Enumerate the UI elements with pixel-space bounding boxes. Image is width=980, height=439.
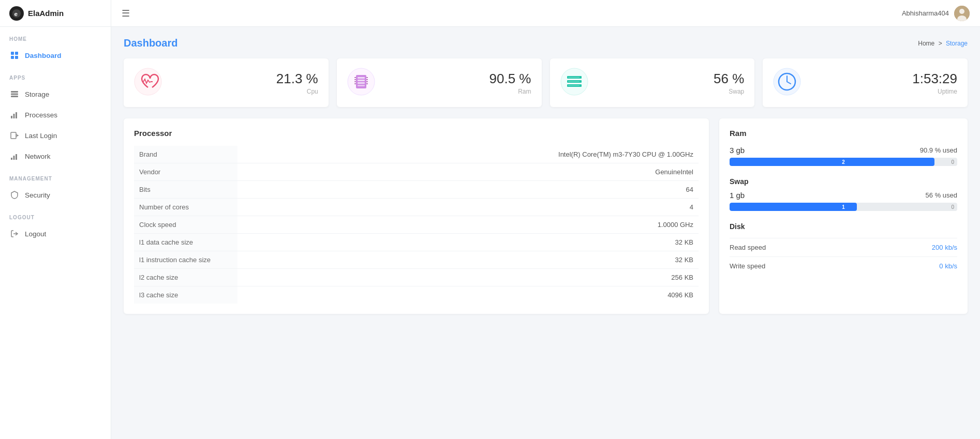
table-row: Clock speed1.0000 GHz [134, 216, 699, 234]
ram-bar-label: 2 [842, 159, 845, 165]
svg-rect-2 [11, 52, 14, 55]
sidebar-item-network-label: Network [25, 153, 51, 160]
cpu-value: 21.3 % [170, 71, 318, 87]
stat-cards: 21.3 % Cpu [124, 58, 968, 107]
breadcrumb-current: Storage [946, 40, 968, 47]
sidebar: e ElaAdmin HOME Dashboard APPS Storage [0, 0, 111, 439]
proc-key: l2 cache size [134, 269, 237, 286]
table-row: l1 instruction cache size32 KB [134, 251, 699, 269]
uptime-label: Uptime [809, 88, 957, 95]
sidebar-item-processes-label: Processes [25, 111, 57, 119]
svg-rect-6 [11, 91, 18, 93]
sidebar-item-network[interactable]: Network [0, 146, 111, 166]
svg-rect-30 [366, 77, 368, 78]
proc-key: Vendor [134, 163, 237, 181]
section-label-home: HOME [0, 27, 111, 45]
disk-read-label: Read speed [730, 244, 766, 251]
stat-card-swap: 56 % Swap [550, 58, 755, 107]
sidebar-item-storage[interactable]: Storage [0, 84, 111, 104]
svg-rect-26 [354, 77, 356, 78]
svg-rect-40 [568, 85, 580, 86]
logo-icon: e [9, 6, 24, 21]
sidebar-item-logout[interactable]: Logout [0, 223, 111, 244]
login-icon [9, 130, 20, 141]
svg-rect-22 [358, 77, 365, 79]
dashboard-icon [9, 50, 20, 60]
breadcrumb-sep: > [939, 40, 944, 47]
svg-rect-21 [356, 75, 366, 88]
ram-icon-wrap [347, 68, 375, 98]
uptime-data: 1:53:29 Uptime [809, 71, 957, 95]
ram-memory-header: 3 gb 90.9 % used [730, 146, 957, 155]
proc-value: Intel(R) Core(TM) m3-7Y30 CPU @ 1.00GHz [237, 146, 699, 163]
proc-key: Brand [134, 146, 237, 163]
proc-value: 32 KB [237, 234, 699, 251]
swap-bar-end: 0 [951, 204, 954, 210]
swap-size: 1 gb [730, 191, 745, 200]
swap-used: 56 % used [926, 191, 957, 199]
table-row: VendorGenuineIntel [134, 163, 699, 181]
sidebar-item-logout-label: Logout [25, 230, 46, 238]
proc-key: Bits [134, 181, 237, 199]
topbar: ☰ Abhisharma404 [111, 0, 980, 27]
disk-title: Disk [730, 222, 957, 231]
sidebar-item-security[interactable]: Security [0, 185, 111, 205]
menu-toggle-icon[interactable]: ☰ [122, 8, 130, 19]
svg-rect-7 [11, 94, 18, 95]
stat-card-cpu: 21.3 % Cpu [124, 58, 329, 107]
svg-rect-11 [16, 112, 17, 118]
main-area: ☰ Abhisharma404 Dashboard Home > Storage [111, 0, 980, 439]
sidebar-item-dashboard[interactable]: Dashboard [0, 45, 111, 66]
svg-rect-27 [354, 79, 356, 80]
proc-key: l1 instruction cache size [134, 251, 237, 269]
lower-grid: Processor BrandIntel(R) Core(TM) m3-7Y30… [124, 118, 968, 314]
ram-value: 90.5 % [383, 71, 531, 87]
table-row: l1 data cache size32 KB [134, 234, 699, 251]
swap-value: 56 % [597, 71, 745, 87]
page-header: Dashboard Home > Storage [124, 37, 968, 49]
ram-label: Ram [383, 88, 531, 95]
ram-used: 90.9 % used [920, 146, 957, 154]
disk-write-row: Write speed 0 kb/s [730, 256, 957, 275]
ram-bar-end: 0 [951, 159, 954, 165]
svg-rect-10 [13, 114, 15, 118]
ram-progress-wrap: 2 0 [730, 158, 957, 166]
ram-data: 90.5 % Ram [383, 71, 531, 95]
topbar-left: ☰ [122, 8, 130, 19]
table-row: Bits64 [134, 181, 699, 199]
disk-read-value: 200 kb/s [932, 244, 957, 251]
proc-value: 1.0000 GHz [237, 216, 699, 234]
sidebar-item-last-login[interactable]: Last Login [0, 125, 111, 146]
svg-rect-31 [366, 79, 368, 80]
cpu-data: 21.3 % Cpu [170, 71, 318, 95]
avatar [954, 6, 970, 21]
swap-icon-wrap [560, 68, 588, 98]
app-logo: e ElaAdmin [0, 0, 111, 27]
content-area: Dashboard Home > Storage 21.3 % [111, 27, 980, 439]
storage-icon [9, 89, 20, 99]
topbar-right: Abhisharma404 [902, 6, 970, 21]
uptime-value: 1:53:29 [809, 71, 957, 87]
svg-rect-28 [354, 81, 356, 82]
svg-rect-23 [358, 80, 365, 81]
swap-section-title: Swap [730, 177, 957, 186]
svg-rect-29 [354, 83, 356, 84]
swap-bar-label: 1 [842, 204, 845, 210]
svg-rect-25 [358, 85, 365, 86]
swap-memory-header: 1 gb 56 % used [730, 191, 957, 200]
svg-rect-39 [568, 81, 580, 82]
ram-progress-fill [730, 158, 934, 166]
ram-panel-title: Ram [730, 129, 957, 138]
svg-rect-9 [11, 116, 12, 118]
ram-panel: Ram 3 gb 90.9 % used 2 0 Swap [719, 118, 968, 314]
svg-rect-3 [15, 52, 18, 55]
svg-rect-32 [366, 81, 368, 82]
svg-rect-14 [13, 156, 15, 160]
processor-panel: Processor BrandIntel(R) Core(TM) m3-7Y30… [124, 118, 709, 314]
sidebar-item-processes[interactable]: Processes [0, 104, 111, 125]
logout-icon [9, 229, 20, 239]
proc-value: 4096 KB [237, 286, 699, 304]
proc-value: 256 KB [237, 269, 699, 286]
stat-card-uptime: 1:53:29 Uptime [763, 58, 968, 107]
swap-progress-fill [730, 203, 857, 211]
